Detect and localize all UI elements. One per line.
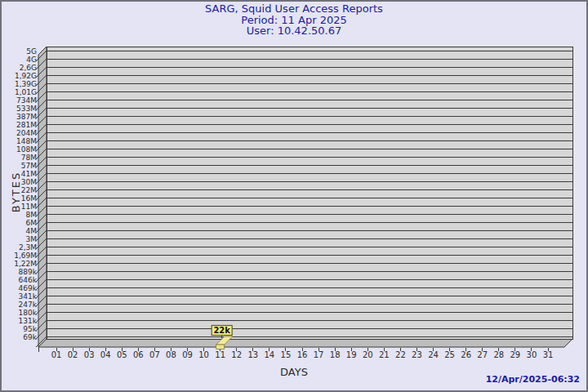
x-tick-label: 18 xyxy=(330,350,341,359)
y-tick-label: 387M xyxy=(16,113,37,121)
x-tick-label: 30 xyxy=(527,350,537,359)
y-tick-label: 4M xyxy=(26,227,38,235)
x-tick-label: 26 xyxy=(461,350,471,359)
y-tick-label: 1,22M xyxy=(14,260,37,268)
x-tick-label: 04 xyxy=(100,350,111,359)
x-tick-label: 09 xyxy=(182,350,193,359)
y-tick-label: 108M xyxy=(16,145,37,154)
y-tick-label: 148M xyxy=(16,137,37,145)
y-axis-title: BYTES xyxy=(10,172,22,213)
y-tick-label: 1,92G xyxy=(15,72,37,80)
y-tick-label: 22M xyxy=(21,186,37,194)
chart-canvas: 5G4G2,6G1,92G1,39G1,01G734M533M387M281M2… xyxy=(0,0,588,392)
x-tick-label: 23 xyxy=(412,350,422,359)
x-tick-label: 12 xyxy=(231,350,242,359)
y-tick-label: 57M xyxy=(21,162,37,170)
y-tick-label: 3M xyxy=(26,235,38,243)
y-tick-label: 1,69M xyxy=(14,252,37,260)
sarg-report-page: SARG, Squid User Access Reports Period: … xyxy=(0,0,588,392)
x-tick-label: 16 xyxy=(297,350,308,359)
x-tick-label: 31 xyxy=(543,350,554,359)
y-tick-label: 469k xyxy=(19,284,38,292)
chart-base xyxy=(38,339,572,347)
y-tick-label: 2,3M xyxy=(19,243,37,252)
x-tick-label: 29 xyxy=(510,350,521,359)
y-tick-label: 889k xyxy=(19,268,38,276)
y-tick-label: 734M xyxy=(16,96,37,105)
x-tick-label: 21 xyxy=(379,350,390,359)
y-tick-label: 16M xyxy=(21,194,37,203)
y-tick-label: 6M xyxy=(26,219,38,227)
x-tick-label: 02 xyxy=(68,350,78,359)
report-timestamp: 12/Apr/2025-06:32 xyxy=(486,374,580,385)
x-tick-label: 06 xyxy=(133,350,144,359)
y-tick-label: 4G xyxy=(26,56,37,64)
x-tick-label: 27 xyxy=(477,350,488,359)
x-tick-label: 08 xyxy=(166,350,176,359)
x-tick-label: 01 xyxy=(51,350,62,359)
y-tick-label: 646k xyxy=(19,276,38,284)
y-tick-label: 281M xyxy=(16,121,37,129)
y-tick-label: 180k xyxy=(19,309,38,317)
x-tick-label: 11 xyxy=(215,350,225,359)
y-tick-label: 95k xyxy=(23,325,37,333)
y-tick-label: 1,01G xyxy=(15,88,37,96)
x-tick-label: 20 xyxy=(363,350,373,359)
y-tick-label: 8M xyxy=(26,211,38,219)
y-tick-label: 1,39G xyxy=(15,80,37,88)
y-tick-label: 11M xyxy=(21,203,37,211)
x-tick-label: 13 xyxy=(247,350,258,359)
x-tick-label: 28 xyxy=(493,350,504,359)
x-tick-label: 25 xyxy=(444,350,455,359)
x-tick-label: 07 xyxy=(149,350,160,359)
y-tick-label: 41M xyxy=(21,170,37,178)
x-tick-label: 05 xyxy=(117,350,127,359)
bar-front-face xyxy=(216,345,225,350)
y-tick-label: 131k xyxy=(19,317,38,325)
y-tick-label: 69k xyxy=(23,333,37,341)
x-tick-label: 19 xyxy=(346,350,357,359)
x-tick-label: 14 xyxy=(264,350,274,359)
x-tick-label: 22 xyxy=(395,350,406,359)
y-tick-label: 204M xyxy=(16,129,37,137)
chart-panel xyxy=(47,47,572,339)
x-tick-label: 03 xyxy=(84,350,95,359)
y-tick-label: 341k xyxy=(19,292,38,301)
y-tick-label: 533M xyxy=(16,105,37,113)
bar-value-label: 22k xyxy=(213,326,230,335)
y-tick-label: 2,6G xyxy=(20,64,37,72)
x-tick-label: 15 xyxy=(281,350,292,359)
y-tick-label: 30M xyxy=(21,178,37,186)
y-tick-label: 247k xyxy=(19,301,38,309)
y-tick-label: 78M xyxy=(21,154,37,162)
x-tick-label: 17 xyxy=(314,350,324,359)
x-tick-label: 10 xyxy=(198,350,209,359)
y-tick-label: 5G xyxy=(26,47,37,56)
x-tick-label: 24 xyxy=(428,350,439,359)
